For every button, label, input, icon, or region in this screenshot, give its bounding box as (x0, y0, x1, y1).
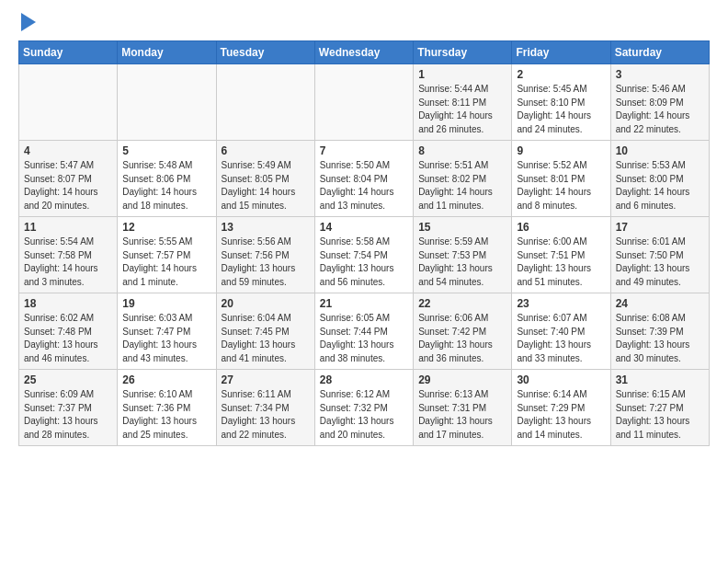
calendar-cell (19, 64, 118, 141)
day-number: 11 (24, 221, 112, 234)
day-number: 21 (320, 297, 408, 310)
calendar-cell: 17Sunrise: 6:01 AM Sunset: 7:50 PM Dayli… (610, 217, 709, 293)
calendar-cell: 28Sunrise: 6:12 AM Sunset: 7:32 PM Dayli… (314, 370, 413, 446)
day-number: 22 (418, 297, 506, 310)
day-info: Sunrise: 6:03 AM Sunset: 7:47 PM Dayligh… (122, 312, 210, 365)
calendar-cell: 26Sunrise: 6:10 AM Sunset: 7:36 PM Dayli… (118, 370, 216, 446)
day-number: 16 (517, 221, 605, 234)
calendar-cell: 7Sunrise: 5:50 AM Sunset: 8:04 PM Daylig… (314, 141, 413, 217)
weekday-header-sunday: Sunday (19, 41, 118, 64)
day-info: Sunrise: 6:06 AM Sunset: 7:42 PM Dayligh… (418, 312, 506, 365)
calendar-cell (118, 64, 216, 141)
day-info: Sunrise: 6:05 AM Sunset: 7:44 PM Dayligh… (320, 312, 408, 365)
day-number: 28 (320, 373, 408, 386)
calendar-cell: 4Sunrise: 5:47 AM Sunset: 8:07 PM Daylig… (19, 141, 118, 217)
calendar-cell: 29Sunrise: 6:13 AM Sunset: 7:31 PM Dayli… (414, 370, 512, 446)
day-info: Sunrise: 5:52 AM Sunset: 8:01 PM Dayligh… (517, 159, 605, 213)
day-info: Sunrise: 5:50 AM Sunset: 8:04 PM Dayligh… (320, 159, 408, 213)
day-number: 6 (222, 144, 310, 157)
day-number: 5 (122, 144, 210, 157)
calendar-cell: 30Sunrise: 6:14 AM Sunset: 7:29 PM Dayli… (512, 370, 610, 446)
day-info: Sunrise: 6:02 AM Sunset: 7:48 PM Dayligh… (24, 312, 112, 365)
calendar-cell: 13Sunrise: 5:56 AM Sunset: 7:56 PM Dayli… (216, 217, 314, 293)
day-number: 26 (122, 373, 210, 386)
weekday-header-wednesday: Wednesday (314, 41, 413, 64)
logo-arrow-icon (21, 13, 36, 31)
day-info: Sunrise: 6:13 AM Sunset: 7:31 PM Dayligh… (418, 388, 506, 442)
day-number: 25 (24, 373, 112, 386)
calendar-cell: 27Sunrise: 6:11 AM Sunset: 7:34 PM Dayli… (216, 370, 314, 446)
day-number: 31 (616, 373, 704, 386)
logo (18, 15, 36, 31)
week-row-4: 18Sunrise: 6:02 AM Sunset: 7:48 PM Dayli… (19, 293, 710, 370)
day-number: 27 (222, 373, 310, 386)
day-info: Sunrise: 5:58 AM Sunset: 7:54 PM Dayligh… (320, 236, 408, 289)
calendar-cell (314, 64, 413, 141)
day-number: 8 (418, 144, 506, 157)
day-number: 24 (616, 297, 704, 310)
calendar-cell (216, 64, 314, 141)
day-info: Sunrise: 6:12 AM Sunset: 7:32 PM Dayligh… (320, 388, 408, 442)
week-row-5: 25Sunrise: 6:09 AM Sunset: 7:37 PM Dayli… (19, 370, 710, 446)
calendar-cell: 23Sunrise: 6:07 AM Sunset: 7:40 PM Dayli… (512, 293, 610, 370)
day-info: Sunrise: 5:53 AM Sunset: 8:00 PM Dayligh… (616, 159, 704, 213)
day-number: 30 (517, 373, 605, 386)
page: SundayMondayTuesdayWednesdayThursdayFrid… (0, 0, 728, 455)
day-info: Sunrise: 5:45 AM Sunset: 8:10 PM Dayligh… (517, 83, 605, 136)
calendar-cell: 12Sunrise: 5:55 AM Sunset: 7:57 PM Dayli… (118, 217, 216, 293)
calendar-cell: 5Sunrise: 5:48 AM Sunset: 8:06 PM Daylig… (118, 141, 216, 217)
day-number: 3 (616, 68, 704, 81)
day-number: 4 (24, 144, 112, 157)
calendar-cell: 8Sunrise: 5:51 AM Sunset: 8:02 PM Daylig… (414, 141, 512, 217)
day-number: 14 (320, 221, 408, 234)
day-info: Sunrise: 6:04 AM Sunset: 7:45 PM Dayligh… (222, 312, 310, 365)
weekday-header-saturday: Saturday (610, 41, 709, 64)
day-info: Sunrise: 5:56 AM Sunset: 7:56 PM Dayligh… (222, 236, 310, 289)
calendar-cell: 10Sunrise: 5:53 AM Sunset: 8:00 PM Dayli… (610, 141, 709, 217)
day-info: Sunrise: 6:09 AM Sunset: 7:37 PM Dayligh… (24, 388, 112, 442)
day-info: Sunrise: 5:48 AM Sunset: 8:06 PM Dayligh… (122, 159, 210, 213)
day-info: Sunrise: 6:07 AM Sunset: 7:40 PM Dayligh… (517, 312, 605, 365)
day-number: 23 (517, 297, 605, 310)
calendar-cell: 9Sunrise: 5:52 AM Sunset: 8:01 PM Daylig… (512, 141, 610, 217)
calendar-cell: 16Sunrise: 6:00 AM Sunset: 7:51 PM Dayli… (512, 217, 610, 293)
day-number: 13 (222, 221, 310, 234)
weekday-header-friday: Friday (512, 41, 610, 64)
day-info: Sunrise: 5:51 AM Sunset: 8:02 PM Dayligh… (418, 159, 506, 213)
day-info: Sunrise: 6:14 AM Sunset: 7:29 PM Dayligh… (517, 388, 605, 442)
day-info: Sunrise: 5:59 AM Sunset: 7:53 PM Dayligh… (418, 236, 506, 289)
day-number: 18 (24, 297, 112, 310)
calendar-cell: 19Sunrise: 6:03 AM Sunset: 7:47 PM Dayli… (118, 293, 216, 370)
day-number: 29 (418, 373, 506, 386)
day-info: Sunrise: 5:49 AM Sunset: 8:05 PM Dayligh… (222, 159, 310, 213)
calendar-cell: 3Sunrise: 5:46 AM Sunset: 8:09 PM Daylig… (610, 64, 709, 141)
weekday-header-monday: Monday (118, 41, 216, 64)
calendar-table: SundayMondayTuesdayWednesdayThursdayFrid… (18, 40, 710, 446)
day-info: Sunrise: 5:44 AM Sunset: 8:11 PM Dayligh… (418, 83, 506, 136)
day-info: Sunrise: 6:01 AM Sunset: 7:50 PM Dayligh… (616, 236, 704, 289)
calendar-cell: 1Sunrise: 5:44 AM Sunset: 8:11 PM Daylig… (414, 64, 512, 141)
week-row-2: 4Sunrise: 5:47 AM Sunset: 8:07 PM Daylig… (19, 141, 710, 217)
weekday-header-thursday: Thursday (414, 41, 512, 64)
day-info: Sunrise: 6:10 AM Sunset: 7:36 PM Dayligh… (122, 388, 210, 442)
calendar-cell: 22Sunrise: 6:06 AM Sunset: 7:42 PM Dayli… (414, 293, 512, 370)
day-info: Sunrise: 5:55 AM Sunset: 7:57 PM Dayligh… (122, 236, 210, 289)
header (18, 15, 710, 31)
weekday-header-tuesday: Tuesday (216, 41, 314, 64)
day-info: Sunrise: 5:54 AM Sunset: 7:58 PM Dayligh… (24, 236, 112, 289)
calendar-cell: 11Sunrise: 5:54 AM Sunset: 7:58 PM Dayli… (19, 217, 118, 293)
weekday-header-row: SundayMondayTuesdayWednesdayThursdayFrid… (19, 41, 710, 64)
day-info: Sunrise: 5:47 AM Sunset: 8:07 PM Dayligh… (24, 159, 112, 213)
day-number: 17 (616, 221, 704, 234)
day-number: 10 (616, 144, 704, 157)
day-number: 19 (122, 297, 210, 310)
day-info: Sunrise: 6:00 AM Sunset: 7:51 PM Dayligh… (517, 236, 605, 289)
week-row-3: 11Sunrise: 5:54 AM Sunset: 7:58 PM Dayli… (19, 217, 710, 293)
day-info: Sunrise: 6:11 AM Sunset: 7:34 PM Dayligh… (222, 388, 310, 442)
calendar-cell: 2Sunrise: 5:45 AM Sunset: 8:10 PM Daylig… (512, 64, 610, 141)
day-info: Sunrise: 5:46 AM Sunset: 8:09 PM Dayligh… (616, 83, 704, 136)
calendar-cell: 20Sunrise: 6:04 AM Sunset: 7:45 PM Dayli… (216, 293, 314, 370)
calendar-cell: 15Sunrise: 5:59 AM Sunset: 7:53 PM Dayli… (414, 217, 512, 293)
day-number: 1 (418, 68, 506, 81)
day-info: Sunrise: 6:08 AM Sunset: 7:39 PM Dayligh… (616, 312, 704, 365)
